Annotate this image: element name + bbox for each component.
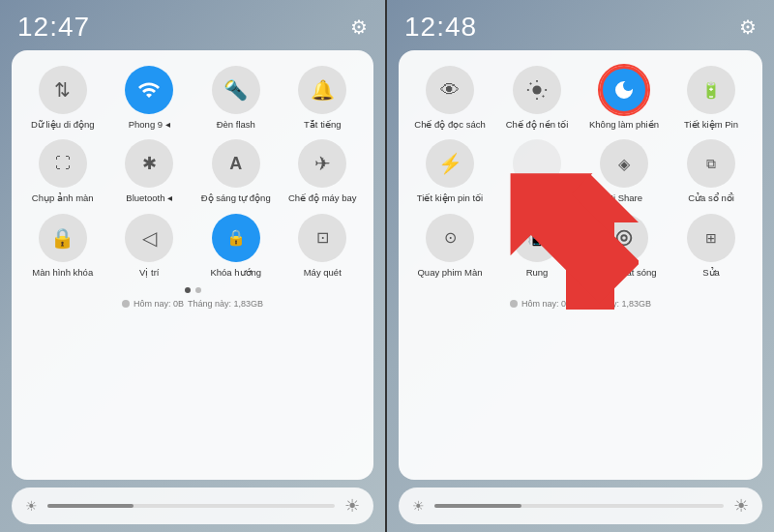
edit-icon: ⊞ (687, 214, 735, 262)
bluetooth-label: Bluetooth ◂ (126, 192, 172, 203)
tile-battery-saver[interactable]: 🔋 Tiết kiệm Pin (670, 66, 753, 130)
left-panel: 12:47 ⚙ ⇅ Dữ liệu di động Phong 9 ◂ 🔦 Đè… (0, 0, 387, 532)
tile-mobile-data[interactable]: ⇅ Dữ liệu di động (21, 66, 104, 130)
screenshot-label: Chụp ảnh màn (32, 192, 94, 203)
tile-hotspot[interactable]: Điểm phát sóng (582, 214, 666, 278)
tile-brightness-auto[interactable]: A Độ sáng tự động (194, 139, 278, 203)
left-dots (21, 287, 364, 293)
right-brightness-fill (434, 504, 521, 508)
left-brightness-track[interactable] (47, 504, 335, 508)
dark-mode-icon (513, 66, 561, 114)
left-brightness-high-icon: ☀ (344, 495, 360, 517)
flashlight-icon: 🔦 (212, 66, 260, 114)
right-brightness-low-icon: ☀ (412, 498, 425, 514)
mi-share-label: Mi Share (606, 192, 642, 203)
airplane-label: Chế độ máy bay (288, 192, 357, 203)
blank-icon (513, 139, 561, 188)
tile-dark-mode[interactable]: Chế độ nền tối (495, 66, 579, 130)
tile-wifi[interactable]: Phong 9 ◂ (108, 66, 192, 130)
battery-saver2-label: Tiết kiệm pin tối (417, 192, 483, 203)
mobile-data-icon: ⇅ (39, 66, 87, 114)
right-row2: ⚡ Tiết kiệm pin tối ◈ Mi Share ⧉ Cửa sổ … (408, 139, 753, 203)
tile-bluetooth[interactable]: ✱ Bluetooth ◂ (108, 139, 192, 203)
mi-share-icon: ◈ (600, 139, 648, 188)
silent-label: Tắt tiếng (304, 119, 341, 130)
wifi-label: Phong 9 ◂ (129, 119, 170, 130)
right-row3: ⊙ Quay phim Màn 📳 Rung Điểm phát sóng ⊞ … (408, 214, 753, 278)
left-status-bar: 12:47 ⚙ (0, 0, 385, 50)
left-today-label: Hôm nay: 0B (134, 299, 184, 309)
tile-blank (495, 139, 579, 203)
location-icon: ◁ (125, 214, 173, 262)
tile-scan[interactable]: ⊡ Máy quét (282, 214, 365, 278)
hotspot-label: Điểm phát sóng (591, 267, 656, 278)
left-data-row: Hôm nay: 0B Tháng này: 1,83GB (21, 299, 364, 309)
tile-screenshot[interactable]: ⛶ Chụp ảnh màn (21, 139, 104, 203)
right-status-bar: 12:48 ⚙ (387, 0, 774, 50)
right-brightness-bar[interactable]: ☀ ☀ (399, 488, 762, 524)
tile-location[interactable]: ◁ Vị trí (108, 214, 192, 278)
dnd-label: Không làm phiền (589, 119, 659, 130)
rotate-label: Khóa hướng (210, 267, 261, 278)
right-data-info: Hôm nay: 0B Tháng này: 1,83GB (510, 299, 651, 309)
location-label: Vị trí (139, 267, 159, 278)
left-data-info: Hôm nay: 0B Tháng này: 1,83GB (122, 299, 263, 309)
floating-window-icon: ⧉ (687, 139, 735, 188)
tile-dnd[interactable]: Không làm phiền (582, 66, 666, 130)
battery-saver-icon: 🔋 (687, 66, 735, 114)
brightness-auto-icon: A (212, 139, 260, 188)
vibrate-label: Rung (526, 267, 549, 278)
silent-icon: 🔔 (298, 66, 346, 114)
tile-rotate[interactable]: 🔒 Khóa hướng (194, 214, 278, 278)
right-brightness-track[interactable] (434, 504, 724, 508)
left-row1: ⇅ Dữ liệu di động Phong 9 ◂ 🔦 Đèn flash … (21, 66, 364, 130)
left-brightness-low-icon: ☀ (25, 498, 38, 514)
dark-mode-label: Chế độ nền tối (506, 119, 569, 130)
right-quick-panel: 👁 Chế độ đọc sách Chế độ nền tối (399, 50, 762, 480)
tile-edit[interactable]: ⊞ Sửa (670, 214, 753, 278)
hotspot-icon (600, 214, 648, 262)
tile-reading[interactable]: 👁 Chế độ đọc sách (408, 66, 491, 130)
airplane-icon: ✈ (298, 139, 346, 188)
battery-saver2-icon: ⚡ (426, 139, 474, 188)
flashlight-label: Đèn flash (217, 119, 255, 130)
tile-silent[interactable]: 🔔 Tắt tiếng (282, 66, 365, 130)
right-today-label: Hôm nay: 0B (521, 299, 572, 309)
right-data-row: Hôm nay: 0B Tháng này: 1,83GB (408, 299, 753, 309)
scan-label: Máy quét (304, 267, 342, 278)
tile-floating-window[interactable]: ⧉ Cửa sổ nổi (670, 139, 753, 203)
left-row2: ⛶ Chụp ảnh màn ✱ Bluetooth ◂ A Độ sáng t… (21, 139, 364, 203)
tile-mi-share[interactable]: ◈ Mi Share (582, 139, 666, 203)
tile-airplane[interactable]: ✈ Chế độ máy bay (282, 139, 365, 203)
right-gear-icon[interactable]: ⚙ (739, 15, 757, 39)
tile-battery-saver2[interactable]: ⚡ Tiết kiệm pin tối (408, 139, 491, 203)
right-data-dot-icon (510, 300, 518, 308)
brightness-auto-label: Độ sáng tự động (201, 192, 271, 203)
reading-icon: 👁 (426, 66, 474, 114)
battery-saver-label: Tiết kiệm Pin (684, 119, 738, 130)
left-brightness-bar[interactable]: ☀ ☀ (12, 488, 373, 524)
vibrate-icon: 📳 (513, 214, 561, 262)
tile-flashlight[interactable]: 🔦 Đèn flash (194, 66, 278, 130)
rotate-icon: 🔒 (212, 214, 260, 262)
svg-line-3 (530, 83, 531, 84)
left-brightness-fill (47, 504, 134, 508)
left-row3: 🔒 Màn hình khóa ◁ Vị trí 🔒 Khóa hướng ⊡ … (21, 214, 364, 278)
tile-vibrate[interactable]: 📳 Rung (495, 214, 579, 278)
right-month-label: Tháng này: 1,83GB (576, 299, 651, 309)
edit-label: Sửa (702, 267, 720, 278)
left-gear-icon[interactable]: ⚙ (350, 15, 368, 39)
screen-record-icon: ⊙ (426, 214, 474, 262)
right-dots (408, 287, 753, 293)
dot-1 (185, 287, 191, 293)
right-panel: 12:48 ⚙ 👁 Chế độ đọc sách (387, 0, 774, 532)
dot-2 (195, 287, 201, 293)
scan-icon: ⊡ (298, 214, 346, 262)
reading-label: Chế độ đọc sách (414, 119, 485, 130)
screenshot-icon: ⛶ (39, 139, 87, 188)
bluetooth-icon: ✱ (125, 139, 173, 188)
tile-screen-lock[interactable]: 🔒 Màn hình khóa (21, 214, 104, 278)
screen-record-label: Quay phim Màn (417, 267, 482, 278)
tile-screen-record[interactable]: ⊙ Quay phim Màn (408, 214, 491, 278)
screen-lock-icon: 🔒 (39, 214, 87, 262)
